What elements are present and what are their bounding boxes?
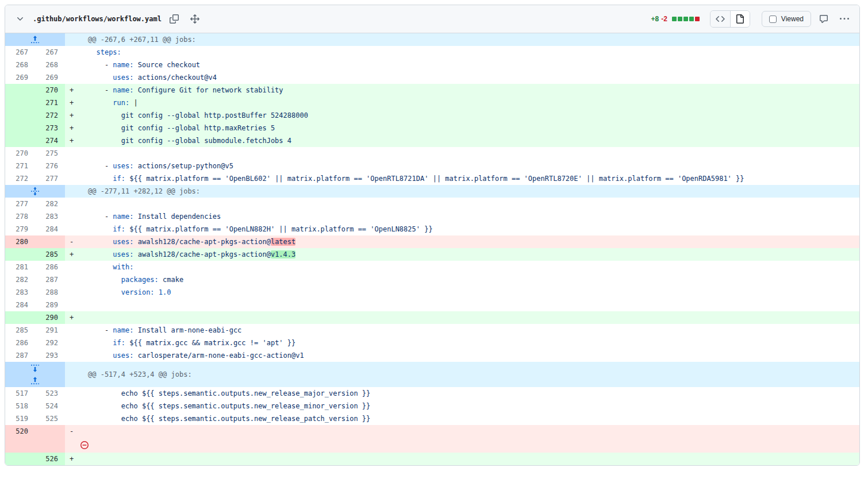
- file-menu-button[interactable]: [836, 11, 852, 27]
- line-number-old[interactable]: 272: [5, 172, 35, 185]
- code-line: echo ${{ steps.semantic.outputs.new_rele…: [88, 412, 859, 425]
- line-number-new[interactable]: 268: [35, 59, 65, 71]
- line-number-new[interactable]: 291: [35, 324, 65, 337]
- line-number-new[interactable]: 286: [35, 261, 65, 273]
- copy-path-button[interactable]: [166, 11, 182, 27]
- code-line: [88, 425, 859, 438]
- line-number-new[interactable]: 271: [35, 96, 65, 109]
- diff-row-context: 285291 - name: Install arm-none-eabi-gcc: [5, 324, 859, 337]
- line-number-old[interactable]: 277: [5, 198, 35, 210]
- line-number-old[interactable]: 278: [5, 210, 35, 223]
- expand-up-button[interactable]: [5, 33, 65, 46]
- code-line: git config --global http.postBuffer 5242…: [88, 109, 859, 122]
- line-number-new[interactable]: 287: [35, 273, 65, 286]
- diffstat-block-del: [695, 17, 700, 21]
- code-line: steps:: [88, 46, 859, 59]
- copy-icon: [170, 14, 179, 24]
- diff-row-nonewline: [5, 438, 859, 453]
- code-line: packages: cmake: [88, 273, 859, 286]
- line-number-old[interactable]: 518: [5, 400, 35, 412]
- line-number-old[interactable]: [5, 134, 35, 147]
- line-number-old[interactable]: 280: [5, 235, 35, 248]
- line-number-new[interactable]: 283: [35, 210, 65, 223]
- line-number-new[interactable]: 288: [35, 286, 65, 299]
- line-number-old[interactable]: [5, 311, 35, 324]
- line-number-new[interactable]: 276: [35, 160, 65, 172]
- diff-row-context: 267267 steps:: [5, 46, 859, 59]
- line-number-old[interactable]: 282: [5, 273, 35, 286]
- line-number-old[interactable]: [5, 122, 35, 134]
- line-number-old[interactable]: 270: [5, 147, 35, 160]
- collapse-file-button[interactable]: [12, 11, 28, 27]
- line-number-old[interactable]: [5, 84, 35, 96]
- line-number-old[interactable]: 285: [5, 324, 35, 337]
- diff-marker: +: [65, 122, 88, 134]
- line-number-new[interactable]: 526: [35, 453, 65, 465]
- line-number-old[interactable]: 267: [5, 46, 35, 59]
- diff-marker: -: [65, 425, 88, 438]
- line-number-new[interactable]: 289: [35, 299, 65, 311]
- diffstat-block-add: [678, 17, 682, 21]
- expand-both-button[interactable]: [5, 185, 65, 198]
- expand-down-button[interactable]: [5, 362, 65, 374]
- line-number-old[interactable]: 279: [5, 223, 35, 235]
- diff-row-hunk: @@ -517,4 +523,4 @@ jobs:: [5, 362, 859, 387]
- line-number-new[interactable]: 272: [35, 109, 65, 122]
- line-number-new[interactable]: 269: [35, 71, 65, 84]
- viewed-button[interactable]: Viewed: [762, 11, 811, 27]
- line-number-old[interactable]: 286: [5, 337, 35, 349]
- line-number-old[interactable]: 283: [5, 286, 35, 299]
- fold-up-icon: [30, 35, 40, 44]
- line-number-old[interactable]: [5, 109, 35, 122]
- line-number-new[interactable]: 273: [35, 122, 65, 134]
- line-number-new[interactable]: 277: [35, 172, 65, 185]
- comment-icon: [819, 14, 828, 24]
- line-number-new[interactable]: 284: [35, 223, 65, 235]
- code-line: [88, 311, 859, 324]
- line-number-new[interactable]: [35, 235, 65, 248]
- diff-row-add: 271+ run: |: [5, 96, 859, 109]
- diff-marker: [65, 223, 88, 235]
- line-number-old[interactable]: 287: [5, 349, 35, 362]
- line-number-new[interactable]: [35, 425, 65, 438]
- code-line: with:: [88, 261, 859, 273]
- file-header: .github/workflows/workflow.yaml +8 -2 Vi…: [5, 5, 859, 33]
- line-number-old[interactable]: 271: [5, 160, 35, 172]
- line-number-new[interactable]: 523: [35, 387, 65, 400]
- source-diff-button[interactable]: [710, 11, 730, 27]
- code-line: [88, 198, 859, 210]
- rich-diff-button[interactable]: [730, 11, 750, 27]
- expand-up-button[interactable]: [5, 374, 65, 387]
- diff-row-context: 278283 - name: Install dependencies: [5, 210, 859, 223]
- viewed-checkbox[interactable]: [769, 16, 777, 23]
- line-number-new[interactable]: 285: [35, 248, 65, 261]
- line-number-old[interactable]: 268: [5, 59, 35, 71]
- line-number-old[interactable]: 269: [5, 71, 35, 84]
- line-number-new[interactable]: 282: [35, 198, 65, 210]
- line-number-old[interactable]: 519: [5, 412, 35, 425]
- line-number-old[interactable]: 284: [5, 299, 35, 311]
- code-line: - name: Source checkout: [88, 59, 859, 71]
- file-path[interactable]: .github/workflows/workflow.yaml: [33, 15, 162, 23]
- line-number-new[interactable]: 275: [35, 147, 65, 160]
- diff-row-context: 270275: [5, 147, 859, 160]
- line-number-new[interactable]: 290: [35, 311, 65, 324]
- line-number-new[interactable]: 525: [35, 412, 65, 425]
- comment-button[interactable]: [816, 11, 832, 27]
- line-number-old[interactable]: [5, 453, 35, 465]
- line-number-new[interactable]: 292: [35, 337, 65, 349]
- viewed-label: Viewed: [781, 15, 804, 23]
- line-number-new[interactable]: 267: [35, 46, 65, 59]
- hunk-section-text: jobs:: [167, 368, 191, 381]
- line-number-old[interactable]: [5, 96, 35, 109]
- line-number-new[interactable]: 524: [35, 400, 65, 412]
- drag-handle[interactable]: [187, 11, 203, 27]
- fold-down-icon: [30, 364, 40, 373]
- line-number-new[interactable]: 274: [35, 134, 65, 147]
- line-number-old[interactable]: 517: [5, 387, 35, 400]
- line-number-new[interactable]: 293: [35, 349, 65, 362]
- line-number-old[interactable]: 520: [5, 425, 35, 438]
- line-number-old[interactable]: 281: [5, 261, 35, 273]
- line-number-new[interactable]: 270: [35, 84, 65, 96]
- line-number-old[interactable]: [5, 248, 35, 261]
